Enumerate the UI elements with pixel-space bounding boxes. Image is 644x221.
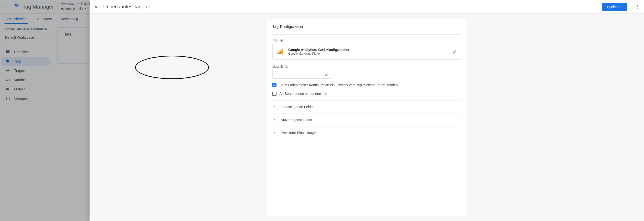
chevron-right-icon: [272, 131, 276, 135]
server-checkbox-row: An Servercontainer senden: [272, 92, 461, 96]
tag-name-title[interactable]: Unbenanntes Tag: [103, 4, 142, 10]
svg-point-9: [638, 5, 638, 6]
checkmark-icon: [273, 84, 276, 87]
pageview-checkbox-row: Beim Laden dieser Konfiguration ein Erei…: [272, 83, 461, 87]
server-checkbox-label: An Servercontainer senden: [280, 92, 321, 96]
more-menu-icon[interactable]: [635, 4, 640, 10]
svg-point-10: [638, 6, 638, 7]
svg-point-11: [638, 8, 638, 8]
messid-label: Mess-ID: [272, 65, 461, 68]
drawer-header: Unbenanntes Tag Speichern: [90, 0, 644, 14]
tagtype-selector[interactable]: Google Analytics: GA4-Konfiguration Goog…: [272, 44, 461, 60]
pencil-icon[interactable]: [452, 49, 457, 54]
expander-userprops[interactable]: Nutzereigenschaften: [272, 113, 461, 126]
expander-fields-label: Festzulegende Felder: [281, 105, 314, 109]
server-checkbox[interactable]: [272, 92, 276, 96]
expander-advanced-label: Erweiterte Einstellungen: [281, 131, 318, 135]
folder-icon[interactable]: [146, 5, 151, 9]
messid-label-text: Mess-ID: [272, 65, 283, 68]
svg-point-16: [286, 67, 286, 67]
pageview-checkbox[interactable]: [272, 83, 276, 87]
messid-input-row: [272, 70, 461, 79]
help-icon[interactable]: [285, 65, 288, 68]
svg-rect-13: [280, 51, 281, 54]
google-analytics-icon: [276, 48, 284, 56]
save-button[interactable]: Speichern: [602, 3, 627, 11]
pageview-checkbox-label: Beim Laden dieser Konfiguration ein Erei…: [280, 83, 398, 87]
svg-point-14: [278, 53, 279, 54]
svg-rect-18: [326, 74, 327, 76]
svg-rect-12: [282, 49, 283, 54]
expander-userprops-label: Nutzereigenschaften: [281, 118, 312, 122]
svg-point-21: [326, 94, 326, 95]
svg-rect-19: [328, 73, 328, 76]
close-icon[interactable]: [93, 4, 99, 10]
svg-rect-17: [325, 75, 326, 76]
tagtype-name: Google Analytics: GA4-Konfiguration: [288, 48, 448, 52]
tag-editor-drawer: Unbenanntes Tag Speichern Tag-Konfigurat…: [90, 0, 644, 221]
tagtype-platform: Google Marketing Platform: [288, 52, 448, 56]
tagtype-label: Tag-Typ: [272, 39, 461, 42]
chevron-right-icon: [272, 118, 276, 122]
expander-advanced[interactable]: Erweiterte Einstellungen: [272, 126, 461, 139]
panel-title: Tag-Konfiguration: [272, 25, 461, 35]
tag-config-panel: Tag-Konfiguration Tag-Typ Google Analyti…: [267, 19, 466, 215]
messid-input[interactable]: [272, 70, 322, 79]
drawer-body: Tag-Konfiguration Tag-Typ Google Analyti…: [90, 14, 644, 221]
help-icon[interactable]: [324, 92, 328, 95]
insert-variable-button[interactable]: [322, 70, 331, 79]
chevron-right-icon: [272, 105, 276, 109]
expander-fields[interactable]: Festzulegende Felder: [272, 100, 461, 113]
